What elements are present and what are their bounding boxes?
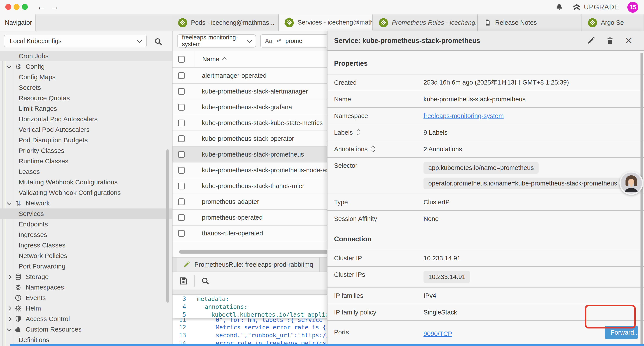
row-checkbox[interactable] <box>178 230 185 237</box>
tab-pods-icecheng-mathmas[interactable]: Pods - icecheng@mathmas... <box>172 14 279 31</box>
row-checkbox[interactable] <box>178 198 185 205</box>
tab-argo-se[interactable]: Argo Se <box>582 14 644 31</box>
sidebar-item-ingresses[interactable]: Ingresses <box>0 230 172 240</box>
sidebar-item-network[interactable]: ⇅Network <box>0 198 172 209</box>
detail-row-annotations: Annotations2 Annotations <box>328 141 644 157</box>
sidebar-scrollbar[interactable] <box>166 149 169 303</box>
sidebar-item-priority-classes[interactable]: Priority Classes <box>0 145 172 156</box>
detail-panel-body: PropertiesCreated253d 16h 6m ago (2025年1… <box>328 51 644 346</box>
row-checkbox[interactable] <box>178 72 185 79</box>
sidebar-item-label: Access Control <box>26 315 70 323</box>
sidebar-item-config-maps[interactable]: Config Maps <box>0 72 172 82</box>
sidebar-item-storage[interactable]: Storage <box>0 272 172 282</box>
sort-arrows-icon[interactable] <box>357 130 360 136</box>
notification-badge[interactable]: 15 <box>627 2 638 13</box>
detail-panel-header: Service: kube-prometheus-stack-prometheu… <box>328 31 644 51</box>
sidebar-item-endpoints[interactable]: Endpoints <box>0 219 172 230</box>
tab-release-notes[interactable]: Release Notes <box>478 14 582 31</box>
row-checkbox[interactable] <box>178 214 185 221</box>
service-name: kube-prometheus-stack-thanos-ruler <box>202 182 304 190</box>
sidebar-item-leases[interactable]: Leases <box>0 166 172 177</box>
window-minimize-button[interactable] <box>14 4 20 10</box>
detail-scrollbar[interactable] <box>640 53 643 344</box>
row-checkbox[interactable] <box>178 167 185 174</box>
detail-row-cluster-ips: Cluster IPs10.233.14.91 <box>328 266 644 287</box>
regex-toggle[interactable]: ▪* <box>277 38 281 44</box>
sidebar-item-horizontal-pod-autoscalers[interactable]: Horizontal Pod Autoscalers <box>0 114 172 124</box>
bell-icon[interactable] <box>555 3 564 11</box>
sidebar-item-helm[interactable]: Helm <box>0 303 172 314</box>
tab-services-icecheng-math[interactable]: Services - icecheng@math...× <box>279 14 373 31</box>
close-icon[interactable]: ✕ <box>624 36 632 45</box>
row-checkbox[interactable] <box>178 183 185 189</box>
code-text: Metrics service error rate is {{ $va <box>216 324 344 331</box>
clock-icon <box>14 294 22 302</box>
user-avatar[interactable] <box>620 171 643 195</box>
sidebar-item-port-forwarding[interactable]: Port Forwarding <box>0 261 172 272</box>
sidebar-item-validating-webhook-configurations[interactable]: Validating Webhook Configurations <box>0 187 172 198</box>
back-arrow-icon[interactable]: ← <box>37 2 46 11</box>
row-checkbox[interactable] <box>178 120 185 126</box>
match-case-toggle[interactable]: Aa <box>265 38 272 44</box>
sidebar-item-cron-jobs[interactable]: Cron Jobs <box>0 51 172 61</box>
navigator-tab[interactable]: Navigator <box>0 14 36 31</box>
chevron-down-icon[interactable] <box>7 200 12 205</box>
sidebar-item-pod-disruption-budgets[interactable]: Pod Disruption Budgets <box>0 135 172 145</box>
chevron-right-icon[interactable] <box>7 274 12 279</box>
sidebar-item-access-control[interactable]: Access Control <box>0 314 172 324</box>
services-search-input[interactable]: Aa ▪* prome <box>260 34 328 47</box>
row-checkbox[interactable] <box>178 88 185 95</box>
sidebar-item-resource-quotas[interactable]: Resource Quotas <box>0 93 172 103</box>
sidebar-item-label: Custom Resources <box>26 326 82 333</box>
edit-pencil-icon[interactable] <box>586 36 596 45</box>
sidebar-item-services[interactable]: Services <box>0 209 172 219</box>
puzzle-icon <box>14 325 22 334</box>
service-name: kube-prometheus-stack-kube-state-metrics <box>202 119 323 127</box>
sidebar-item-namespaces[interactable]: Namespaces <box>0 282 172 293</box>
delete-trash-icon[interactable] <box>606 36 614 45</box>
sidebar-item-vertical-pod-autoscalers[interactable]: Vertical Pod Autoscalers <box>0 124 172 135</box>
sidebar-item-ingress-classes[interactable]: Ingress Classes <box>0 240 172 251</box>
sidebar-item-config[interactable]: ⚙Config <box>0 61 172 72</box>
save-icon[interactable] <box>178 276 189 286</box>
toolbar-divider <box>194 275 195 287</box>
sidebar-item-label: Namespaces <box>26 284 64 291</box>
row-checkbox[interactable] <box>178 135 185 142</box>
editor-tab-prometheusrule-freeleaps-prod-rabbitmq[interactable]: PrometheusRule: freeleaps-prod-rabbitmq <box>176 258 320 272</box>
window-close-button[interactable] <box>5 4 11 10</box>
bottom-accent-bar <box>10 344 644 346</box>
sidebar-item-runtime-classes[interactable]: Runtime Classes <box>0 156 172 166</box>
forward-arrow-icon[interactable]: → <box>50 2 59 11</box>
chevron-down-icon[interactable] <box>7 64 12 68</box>
chevron-down-icon[interactable] <box>7 327 12 331</box>
detail-label: Session Affinity <box>334 215 424 223</box>
namespace-link[interactable]: freeleaps-monitoring-system <box>424 112 504 120</box>
sidebar-item-label: Limit Ranges <box>19 105 57 112</box>
name-column-header[interactable]: Name <box>194 51 226 67</box>
tab-prometheus-rules-icecheng[interactable]: Prometheus Rules - icecheng... <box>373 14 478 31</box>
service-name: alertmanager-operated <box>202 72 266 79</box>
sidebar-item-mutating-webhook-configurations[interactable]: Mutating Webhook Configurations <box>0 177 172 187</box>
line-number: 5 <box>172 311 186 318</box>
sidebar-item-label: Services <box>19 210 44 217</box>
port-link-9090-tcp[interactable]: 9090/TCP <box>424 330 452 338</box>
row-checkbox[interactable] <box>178 104 185 111</box>
sort-arrows-icon[interactable] <box>372 146 374 152</box>
select-all-checkbox[interactable] <box>178 56 185 63</box>
chevron-right-icon[interactable] <box>7 306 12 311</box>
upgrade-button[interactable]: UPGRADE <box>572 3 619 12</box>
database-icon <box>14 272 22 281</box>
sidebar-item-network-policies[interactable]: Network Policies <box>0 251 172 261</box>
search-icon[interactable] <box>200 276 210 286</box>
row-checkbox[interactable] <box>178 151 185 158</box>
sidebar-item-definitions[interactable]: Definitions <box>0 335 172 345</box>
chevron-right-icon[interactable] <box>7 317 12 321</box>
search-icon[interactable] <box>154 37 163 46</box>
sidebar-item-secrets[interactable]: Secrets <box>0 82 172 93</box>
kubeconfig-selector[interactable]: Local Kubeconfigs <box>4 34 147 47</box>
sidebar-item-custom-resources[interactable]: Custom Resources <box>0 324 172 335</box>
sidebar-item-events[interactable]: Events <box>0 293 172 303</box>
namespace-selector[interactable]: freeleaps-monitoring-system <box>177 34 256 47</box>
window-zoom-button[interactable] <box>22 4 28 10</box>
sidebar-item-limit-ranges[interactable]: Limit Ranges <box>0 103 172 114</box>
